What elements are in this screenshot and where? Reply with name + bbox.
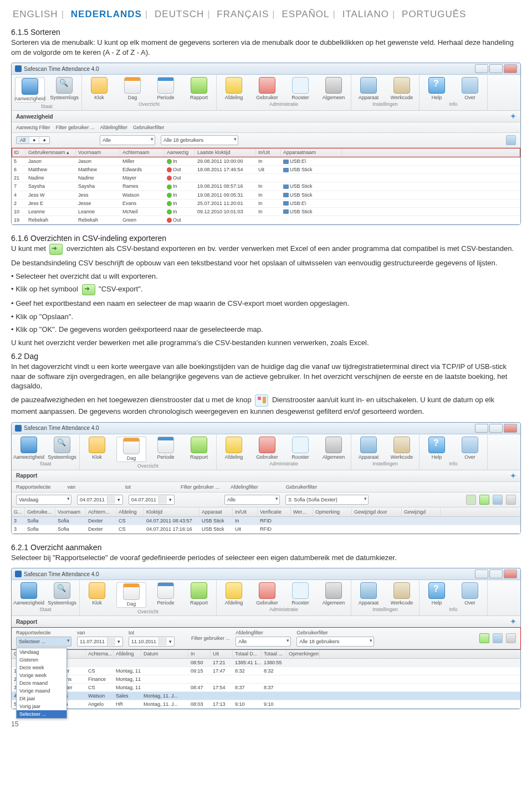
ribbon-werkcode[interactable]: Werkcode — [388, 77, 416, 100]
table-row[interactable]: 3SofiaSofiaDexterCS04.07.2011 08:43:57US… — [12, 517, 520, 525]
table-row[interactable]: 21NadineNadineMayerOut — [12, 174, 520, 182]
maximize-button[interactable] — [489, 570, 503, 578]
gebruiker-combo[interactable]: Alle 18 gebruikers — [161, 135, 238, 145]
lang-nederlands[interactable]: NEDERLANDS — [71, 9, 142, 19]
table-row[interactable]: 2EvansFinanceMontag, 11. J... — [12, 675, 520, 684]
lang-italiano[interactable]: ITALIANO — [342, 9, 389, 19]
tot-date[interactable]: 04.07.2011▾ — [129, 495, 175, 505]
close-button[interactable] — [504, 64, 517, 73]
afdeling-combo[interactable]: Alle — [100, 135, 155, 145]
table-row[interactable]: 4Jess WJessWatsonSalesMontag, 11. J... — [12, 692, 520, 700]
dropdown-option[interactable]: Dit jaar — [17, 695, 66, 702]
ribbon-gebruiker[interactable]: Gebruiker — [253, 77, 281, 100]
ribbon-aanwezigheid[interactable]: Aanwezigheid — [15, 437, 43, 460]
ribbon-rapport[interactable]: Rapport — [185, 437, 213, 462]
dropdown-option[interactable]: Deze maand — [17, 679, 66, 687]
dropdown-option[interactable]: Gisteren — [17, 656, 66, 664]
lang-deutsch[interactable]: DEUTSCH — [155, 9, 204, 19]
ribbon-afdeling[interactable]: Afdeling — [220, 582, 248, 606]
ribbon-algemeen[interactable]: Algemeen — [320, 77, 347, 100]
van-date[interactable]: 04.07.2011▾ — [77, 495, 123, 505]
table-row[interactable]: 7SayshaSayshaRamesIn19.08.2011 08:57:16I… — [12, 182, 520, 191]
ribbon-apparaat[interactable]: Apparaat — [355, 77, 382, 100]
ribbon-dag[interactable]: Dag — [116, 437, 146, 462]
ribbon-afdeling[interactable]: Afdeling — [220, 437, 248, 460]
dropdown-option[interactable]: Vorige maand — [17, 687, 66, 695]
csv-icon[interactable] — [479, 495, 489, 505]
ribbon-rooster[interactable]: Rooster — [287, 582, 314, 606]
table-row[interactable]: 5NinoNinoAngeloHRMontag, 11. J...08:0317… — [12, 700, 520, 709]
maximize-button[interactable] — [489, 64, 503, 73]
van-date[interactable]: 11.07.2011▾ — [77, 637, 123, 647]
ribbon-over[interactable]: Over — [456, 582, 484, 606]
lang-portugues[interactable]: PORTUGUÊS — [402, 9, 466, 19]
table-row[interactable]: 1MillerCSMontag, 11. J...09:1517:478:328… — [12, 667, 520, 675]
ribbon-algemeen[interactable]: Algemeen — [320, 437, 347, 460]
ribbon-periode[interactable]: Periode — [152, 77, 180, 100]
table-row[interactable]: 6MatthewMatthewEdwardsOut18.08.2011 17:4… — [12, 166, 520, 174]
dropdown-option[interactable]: Vorige week — [17, 671, 66, 679]
ribbon-klok[interactable]: Klok — [85, 77, 113, 100]
table-row[interactable]: 5JasonJasonMillerIn29.08.2011 10:00:00In… — [12, 157, 520, 166]
ribbon-afdeling[interactable]: Afdeling — [220, 77, 248, 100]
ribbon-aanwezigheid[interactable]: Aanwezigheid — [15, 582, 43, 606]
ribbon-rooster[interactable]: Rooster — [287, 77, 314, 100]
afdeling-combo[interactable]: Alle — [224, 495, 280, 505]
print-icon[interactable] — [506, 495, 516, 505]
dropdown-option[interactable]: Vandaag — [17, 648, 66, 656]
table-row[interactable]: 4Jess WJessWatsonIn19.08.2011 09:05:31In… — [12, 191, 520, 199]
lang-francais[interactable]: FRANÇAIS — [217, 9, 269, 19]
table-row[interactable]: 3DexterCSMontag, 11. J...08:4717:548:378… — [12, 684, 520, 692]
grid-header[interactable]: IDGebruikersnaam ▴Voornaam AchternaamAan… — [12, 148, 520, 157]
tot-date[interactable]: 11.10.2011▾ — [129, 637, 175, 647]
table-row[interactable]: 10LeanneLeanneMcNeilIn09.12.2010 10:01:0… — [12, 208, 520, 216]
ribbon-klok[interactable]: Klok — [83, 582, 111, 608]
add-icon[interactable] — [466, 495, 476, 505]
table-row[interactable]: 19RebekahRebekahGreenOut — [12, 216, 520, 224]
ribbon-rooster[interactable]: Rooster — [287, 437, 314, 460]
ribbon-algemeen[interactable]: Algemeen — [320, 582, 347, 606]
ribbon-apparaat[interactable]: Apparaat — [355, 437, 382, 460]
ribbon-klok[interactable]: Klok — [83, 437, 111, 462]
dropdown-option[interactable]: Selecteer ... — [17, 710, 66, 718]
close-button[interactable] — [504, 424, 517, 433]
lang-english[interactable]: ENGLISH — [13, 9, 58, 19]
ribbon-werkcode[interactable]: Werkcode — [388, 582, 416, 606]
ribbon-apparaat[interactable]: Apparaat — [355, 582, 382, 606]
ribbon-rapport[interactable]: Rapport — [185, 77, 213, 100]
maximize-button[interactable] — [489, 424, 503, 433]
refresh-icon[interactable] — [506, 135, 516, 145]
lang-espanol[interactable]: ESPAÑOL — [282, 9, 329, 19]
close-button[interactable] — [504, 570, 517, 578]
refresh-icon[interactable] — [493, 633, 503, 643]
afdeling-combo[interactable]: Alle — [236, 637, 291, 647]
panel-expand-icon[interactable]: ✦ — [510, 618, 516, 625]
ribbon-over[interactable]: Over — [456, 437, 484, 460]
ribbon-gebruiker[interactable]: Gebruiker — [253, 437, 281, 460]
aanwezig-segment[interactable]: All●● — [16, 136, 50, 144]
table-row[interactable]: 3SofiaSofiaDexterCS04.07.2011 17:16:16US… — [12, 525, 520, 534]
rapportselectie-dropdown[interactable]: VandaagGisterenDeze weekVorige weekDeze … — [16, 648, 67, 719]
panel-expand-icon[interactable]: ✦ — [510, 112, 516, 120]
grid-header[interactable]: G...Gebruike...mAchterna...AfdelingDatum… — [12, 649, 520, 659]
ribbon-periode[interactable]: Periode — [152, 582, 180, 608]
panel-expand-icon[interactable]: ✦ — [510, 472, 516, 480]
dropdown-option[interactable]: Deze week — [17, 664, 66, 671]
dropdown-option[interactable]: Vorig jaar — [17, 702, 66, 710]
ribbon-dag[interactable]: Dag — [116, 582, 146, 608]
ribbon-gebruiker[interactable]: Gebruiker — [253, 582, 281, 606]
gebruiker-combo[interactable]: Alle 18 gebruikers — [296, 637, 374, 647]
minimize-button[interactable] — [475, 424, 488, 433]
ribbon-help[interactable]: Help — [423, 77, 451, 100]
minimize-button[interactable] — [475, 64, 488, 73]
ribbon-rapport[interactable]: Rapport — [185, 582, 213, 608]
ribbon-aanwezigheid[interactable]: Aanwezigheid — [15, 77, 45, 102]
ribbon-help[interactable]: Help — [423, 437, 451, 460]
ribbon-systeemlogs[interactable]: Systeemlogs — [50, 77, 78, 102]
csv-icon[interactable] — [479, 633, 489, 643]
ribbon-werkcode[interactable]: Werkcode — [388, 437, 416, 460]
refresh-icon[interactable] — [493, 495, 503, 505]
ribbon-over[interactable]: Over — [456, 77, 484, 100]
ribbon-periode[interactable]: Periode — [152, 437, 180, 462]
ribbon-systeemlogs[interactable]: Systeemlogs — [48, 582, 76, 606]
